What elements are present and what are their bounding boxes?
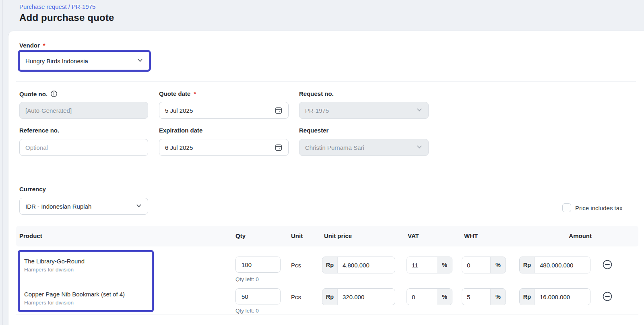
- unit-price-group: Rp: [322, 288, 395, 305]
- quote-date-label-text: Quote date: [159, 90, 190, 97]
- reference-no-input[interactable]: [19, 139, 148, 156]
- required-asterisk: *: [43, 42, 45, 49]
- quote-date-label: Quote date*: [159, 90, 196, 97]
- section-divider: [16, 81, 636, 82]
- col-header-product: Product: [19, 232, 42, 239]
- requester-label: Requester: [299, 127, 328, 134]
- qty-input[interactable]: [235, 288, 281, 304]
- quote-no-label-text: Quote no.: [19, 91, 47, 97]
- remove-row-button[interactable]: [602, 292, 613, 302]
- qty-left-text: Qty left: 0: [235, 276, 259, 282]
- purchase-quote-card: [8, 31, 644, 325]
- quote-date-value: 5 Jul 2025: [165, 107, 193, 114]
- reference-no-label: Reference no.: [19, 127, 59, 134]
- chevron-down-icon: [137, 57, 143, 65]
- breadcrumb[interactable]: Purchase request / PR-1975: [19, 3, 95, 10]
- currency-prefix: Rp: [520, 289, 535, 305]
- col-header-qty: Qty: [235, 232, 246, 239]
- product-subtitle: Hampers for division: [24, 267, 74, 273]
- request-no-value: PR-1975: [305, 107, 329, 114]
- unit-price-group: Rp: [322, 257, 395, 273]
- requester-label-text: Requester: [299, 127, 328, 134]
- percent-suffix: %: [437, 257, 452, 273]
- qty-input[interactable]: [235, 257, 281, 273]
- qty-left-text: Qty left: 0: [235, 308, 259, 314]
- minus-circle-icon: [603, 260, 612, 271]
- amount-group: Rp: [519, 288, 590, 305]
- chevron-down-icon: [416, 107, 423, 114]
- currency-label-text: Currency: [19, 186, 46, 193]
- expiration-date-input[interactable]: 6 Jul 2025: [159, 139, 289, 156]
- calendar-icon[interactable]: [275, 143, 283, 151]
- info-icon[interactable]: [50, 90, 58, 97]
- vendor-highlight-box: Hungry Birds Indonesia: [18, 50, 151, 72]
- vendor-select[interactable]: Hungry Birds Indonesia: [20, 52, 149, 70]
- amount-input[interactable]: [535, 289, 590, 305]
- requester-value: Christin Purnama Sari: [305, 144, 364, 151]
- reference-no-label-text: Reference no.: [19, 127, 59, 134]
- row-divider: [16, 283, 638, 283]
- wht-input[interactable]: [462, 257, 490, 273]
- vendor-value: Hungry Birds Indonesia: [25, 58, 88, 64]
- request-no-label-text: Request no.: [299, 90, 334, 97]
- quote-no-label: Quote no.: [19, 90, 58, 97]
- unit-text: Pcs: [291, 294, 301, 300]
- amount-input[interactable]: [535, 257, 590, 273]
- quote-date-input[interactable]: 5 Jul 2025: [159, 102, 289, 119]
- col-header-wht: WHT: [464, 232, 478, 239]
- vat-group: %: [407, 257, 452, 273]
- required-asterisk: *: [194, 90, 196, 97]
- product-name: Copper Page Nib Bookmark (set of 4): [24, 291, 125, 298]
- col-header-unit: Unit: [291, 232, 303, 239]
- col-header-vat: VAT: [408, 232, 419, 239]
- product-subtitle: Hampers for division: [24, 300, 74, 306]
- expiration-date-label-text: Expiration date: [159, 127, 202, 134]
- left-panel-divider: [2, 0, 3, 325]
- currency-value: IDR - Indonesian Rupiah: [25, 203, 91, 210]
- quote-no-input: [19, 102, 148, 119]
- request-no-select: PR-1975: [299, 102, 429, 119]
- col-header-unit-price: Unit price: [324, 232, 352, 239]
- currency-prefix: Rp: [322, 257, 338, 273]
- unit-price-input[interactable]: [338, 257, 395, 273]
- percent-suffix: %: [437, 289, 452, 305]
- currency-prefix: Rp: [520, 257, 535, 273]
- wht-group: %: [462, 257, 506, 273]
- wht-input[interactable]: [462, 289, 490, 305]
- unit-price-input[interactable]: [338, 289, 395, 305]
- request-no-label: Request no.: [299, 90, 334, 97]
- chevron-down-icon: [136, 203, 142, 210]
- unit-text: Pcs: [291, 262, 301, 269]
- price-includes-tax-checkbox[interactable]: [562, 203, 571, 212]
- vat-input[interactable]: [407, 289, 437, 305]
- currency-prefix: Rp: [322, 289, 338, 305]
- vat-input[interactable]: [407, 257, 437, 273]
- percent-suffix: %: [490, 289, 506, 305]
- page-title: Add purchase quote: [19, 12, 114, 23]
- remove-row-button[interactable]: [602, 260, 613, 270]
- col-header-amount: Amount: [535, 232, 592, 239]
- vat-group: %: [407, 288, 452, 305]
- expiration-date-label: Expiration date: [159, 127, 202, 134]
- expiration-date-value: 6 Jul 2025: [165, 144, 193, 151]
- vendor-label: Vendor*: [19, 42, 45, 49]
- currency-select[interactable]: IDR - Indonesian Rupiah: [19, 198, 148, 215]
- currency-label: Currency: [19, 186, 46, 193]
- page: Purchase request / PR-1975 Add purchase …: [0, 0, 644, 325]
- vendor-label-text: Vendor: [19, 42, 40, 49]
- price-includes-tax-label[interactable]: Price includes tax: [575, 205, 623, 211]
- amount-group: Rp: [519, 257, 590, 273]
- requester-select: Christin Purnama Sari: [299, 139, 429, 156]
- calendar-icon[interactable]: [275, 106, 283, 114]
- minus-circle-icon: [603, 292, 612, 302]
- row-divider: [16, 315, 638, 315]
- percent-suffix: %: [490, 257, 506, 273]
- product-name: The Library-Go-Round: [24, 258, 85, 265]
- chevron-down-icon: [416, 144, 423, 151]
- wht-group: %: [462, 288, 506, 305]
